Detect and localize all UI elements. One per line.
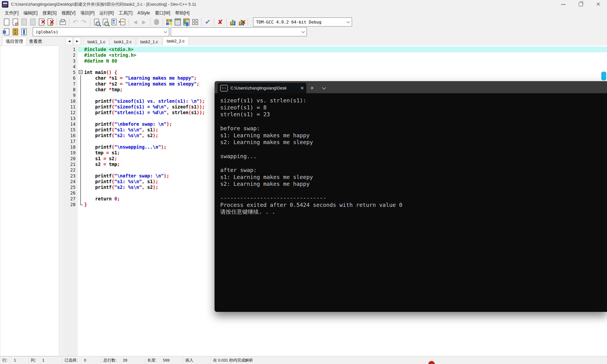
- file-tab[interactable]: task2_2.c: [163, 37, 188, 46]
- line-number: 23: [64, 173, 78, 179]
- compile-run-button[interactable]: [182, 17, 191, 26]
- find-next-button[interactable]: [101, 17, 110, 26]
- abort-icon: ✘: [218, 19, 223, 25]
- fold-column: [78, 133, 84, 138]
- print-button[interactable]: [58, 17, 67, 26]
- status-segment: 长度:599: [145, 356, 183, 364]
- menu-item[interactable]: 项目[P]: [78, 9, 97, 17]
- members-select[interactable]: [171, 27, 307, 36]
- fold-column: [78, 156, 84, 162]
- abort-compile-button[interactable]: ✘: [216, 17, 224, 26]
- menu-item[interactable]: AStyle: [135, 9, 153, 17]
- open-file-button[interactable]: [11, 17, 20, 26]
- undo-button[interactable]: ↶: [71, 17, 80, 26]
- menu-item[interactable]: 帮助[H]: [173, 9, 192, 17]
- file-tab[interactable]: task1_2.c: [110, 38, 136, 46]
- fold-column: [78, 127, 84, 133]
- save-all-icon: [30, 19, 36, 26]
- toolbar-separator: [248, 18, 248, 26]
- status-label: 长度:: [147, 358, 157, 363]
- save-all-button[interactable]: [28, 17, 37, 26]
- cmd-icon: C:\: [220, 85, 228, 91]
- console-line: sizeof(s1) = 8: [220, 104, 605, 111]
- code-line: 1#include <stdio.h>: [64, 47, 607, 52]
- menu-item[interactable]: 窗口[W]: [153, 9, 173, 17]
- panel-tab[interactable]: 项目管理: [3, 37, 26, 46]
- line-number: 19: [64, 150, 78, 156]
- chevron-down-icon: [302, 30, 305, 33]
- terminal-output[interactable]: sizeof(s1) vs. strlen(s1):sizeof(s1) = 8…: [214, 93, 607, 312]
- terminal-title-bar[interactable]: C:\ C:\Users\zhangtingxiang\Desk ✕ +: [214, 81, 607, 93]
- compiler-select[interactable]: TDM-GCC 4.9.2 64-bit Debug: [253, 17, 352, 26]
- terminal-dropdown-button[interactable]: [318, 83, 330, 93]
- menu-item[interactable]: 工具[T]: [116, 9, 135, 17]
- terminal-tab-title: C:\Users\zhangtingxiang\Desk: [230, 86, 298, 91]
- debug-button[interactable]: [152, 17, 161, 26]
- menu-item[interactable]: 编辑[E]: [21, 9, 40, 17]
- syntax-check-button[interactable]: ✔: [203, 17, 212, 26]
- save-button[interactable]: [20, 17, 28, 26]
- menu-item[interactable]: 视图[V]: [59, 9, 78, 17]
- status-segment: 列:1: [28, 356, 62, 364]
- compile-button[interactable]: [165, 17, 173, 26]
- line-number: 28: [64, 202, 78, 208]
- console-line: s2: Learning makes me happy: [220, 181, 605, 187]
- back-button[interactable]: ◀: [131, 17, 140, 26]
- globals-select[interactable]: (globals): [33, 27, 169, 36]
- goto-line-button[interactable]: [118, 17, 127, 26]
- insert-button[interactable]: [11, 27, 20, 36]
- profile-button[interactable]: [228, 17, 237, 26]
- insert-icon: [13, 28, 18, 35]
- profile-chart-icon: [230, 19, 235, 25]
- editor-scrollbar-thumb[interactable]: [601, 72, 606, 80]
- replace-button[interactable]: [110, 17, 118, 26]
- find-button[interactable]: [92, 17, 101, 26]
- new-file-button[interactable]: [2, 17, 11, 26]
- check-icon: ✔: [205, 19, 211, 26]
- fold-column: [78, 202, 84, 208]
- close-all-button[interactable]: [46, 17, 55, 26]
- code-line: 4: [64, 64, 607, 70]
- run-button[interactable]: [173, 17, 182, 26]
- panel-splitter[interactable]: [59, 46, 64, 356]
- line-number: 26: [64, 190, 78, 196]
- delete-profile-button[interactable]: [237, 17, 246, 26]
- window-controls: ✕: [555, 0, 607, 9]
- menu-item[interactable]: 运行[R]: [97, 9, 116, 17]
- file-tab[interactable]: task2_1.c: [136, 38, 162, 46]
- line-number: 24: [64, 179, 78, 184]
- line-number: 5: [64, 70, 78, 75]
- code-text: [84, 64, 607, 70]
- menu-item[interactable]: 文件[F]: [2, 9, 21, 17]
- fold-marker[interactable]: [78, 70, 84, 75]
- printer-icon: [60, 21, 66, 25]
- scroll-tabs-left-button[interactable]: ◀: [66, 37, 73, 45]
- add-watch-icon: [4, 28, 9, 35]
- terminal-tab[interactable]: C:\ C:\Users\zhangtingxiang\Desk ✕: [218, 83, 306, 93]
- red-x-icon: [241, 20, 246, 24]
- fold-column: [78, 139, 84, 144]
- maximize-button[interactable]: [572, 0, 590, 9]
- bookmark-button[interactable]: [20, 27, 28, 36]
- console-line: after swap:: [220, 167, 605, 174]
- file-tab[interactable]: task1_1.c: [83, 38, 109, 46]
- redo-button[interactable]: ↷: [80, 17, 88, 26]
- terminal-new-tab-button[interactable]: +: [306, 83, 318, 93]
- forward-button[interactable]: ▶: [140, 17, 148, 26]
- scroll-tabs-right-button[interactable]: ▶: [74, 37, 81, 45]
- line-number: 17: [64, 139, 78, 144]
- line-number: 13: [64, 116, 78, 121]
- menu-item[interactable]: 搜索[S]: [40, 9, 59, 17]
- close-button[interactable]: ✕: [590, 0, 607, 9]
- add-watch-button[interactable]: [2, 27, 11, 36]
- close-file-button[interactable]: [37, 17, 46, 26]
- terminal-tab-close-button[interactable]: ✕: [300, 86, 304, 91]
- chevron-down-icon: [322, 86, 326, 90]
- line-number: 20: [64, 156, 78, 162]
- rebuild-all-button[interactable]: [191, 17, 199, 26]
- panel-tab[interactable]: 查看类: [26, 37, 45, 46]
- find-icon: [94, 19, 99, 25]
- fold-column: [78, 87, 84, 92]
- forward-icon: ▶: [142, 20, 146, 25]
- minimize-button[interactable]: [555, 0, 572, 9]
